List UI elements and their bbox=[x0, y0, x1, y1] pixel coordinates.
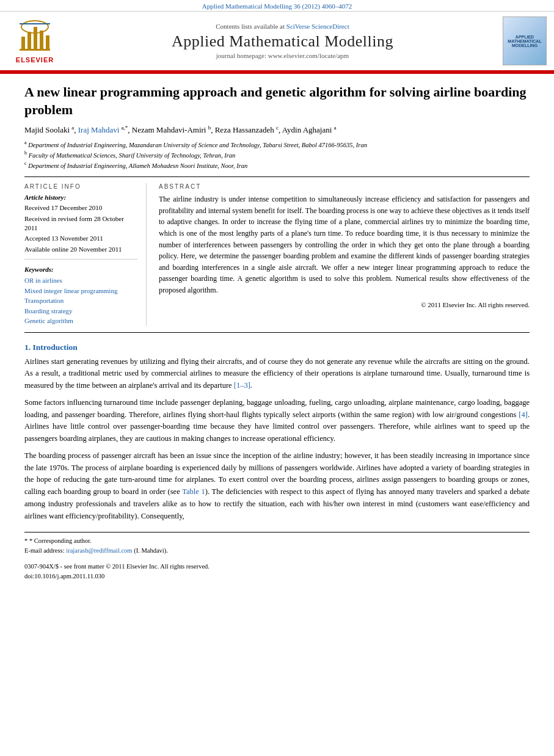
keyword-5[interactable]: Genetic algorithm bbox=[24, 316, 137, 326]
svg-rect-2 bbox=[34, 27, 37, 50]
keyword-3[interactable]: Transportation bbox=[24, 296, 137, 306]
affiliation-b: b Faculty of Mathematical Sciences, Shar… bbox=[24, 150, 530, 160]
ref-1-3[interactable]: [1–3] bbox=[234, 381, 250, 390]
intro-para2: Some factors influencing turnaround time… bbox=[24, 397, 530, 445]
elsevier-text: ELSEVIER bbox=[16, 56, 54, 64]
keyword-4[interactable]: Boarding strategy bbox=[24, 306, 137, 316]
keyword-1[interactable]: OR in airlines bbox=[24, 275, 137, 286]
journal-title: Applied Mathematical Modelling bbox=[72, 32, 493, 51]
affiliation-c: c Department of Industrial Engineering, … bbox=[24, 160, 530, 170]
abstract-column: ABSTRACT The airline industry is under i… bbox=[159, 183, 530, 325]
divider-after-abstract bbox=[24, 332, 530, 333]
author-aghajani: Aydin Aghajani bbox=[282, 126, 332, 135]
abstract-text: The airline industry is under intense co… bbox=[159, 194, 530, 296]
author-hassanzadeh: Reza Hassanzadeh bbox=[215, 126, 274, 135]
author-soolaki: Majid Soolaki bbox=[24, 126, 70, 135]
author-mahdavi[interactable]: Iraj Mahdavi bbox=[78, 126, 120, 135]
journal-thumbnail: APPLIED MATHEMATICAL MODELLING bbox=[503, 16, 547, 65]
email-line: E-mail address: irajarash@rediffmail.com… bbox=[24, 546, 530, 556]
top-bar: Applied Mathematical Modelling 36 (2012)… bbox=[0, 0, 554, 12]
svg-rect-3 bbox=[40, 31, 43, 50]
received-revised-date: Received in revised form 28 October 2011 bbox=[24, 214, 137, 233]
author-mahdavi-amiri: Nezam Mahdavi-Amiri bbox=[132, 126, 206, 135]
svg-rect-4 bbox=[46, 35, 49, 50]
svg-rect-1 bbox=[27, 32, 31, 50]
main-content: A new linear programming approach and ge… bbox=[0, 74, 554, 591]
issn-line: 0307-904X/$ - see front matter © 2011 El… bbox=[24, 562, 530, 572]
received-date: Received 17 December 2010 bbox=[24, 203, 137, 213]
ref-4[interactable]: [4] bbox=[519, 410, 528, 419]
abstract-label: ABSTRACT bbox=[159, 183, 530, 190]
sciverse-link[interactable]: SciVerse ScienceDirect bbox=[286, 23, 349, 30]
intro-para3: The boarding process of passenger aircra… bbox=[24, 450, 530, 523]
available-date: Available online 20 November 2011 bbox=[24, 245, 137, 254]
thumb-image: APPLIED MATHEMATICAL MODELLING bbox=[503, 16, 547, 65]
svg-rect-0 bbox=[21, 37, 25, 50]
article-title: A new linear programming approach and ge… bbox=[24, 84, 530, 118]
keyword-2[interactable]: Mixed integer linear programming bbox=[24, 286, 137, 296]
journal-center: Contents lists available at SciVerse Sci… bbox=[72, 23, 493, 59]
table-1-link[interactable]: Table 1 bbox=[182, 487, 205, 496]
svg-rect-7 bbox=[20, 23, 50, 24]
accepted-date: Accepted 13 November 2011 bbox=[24, 234, 137, 243]
doi-line: doi:10.1016/j.apm.2011.11.030 bbox=[24, 572, 530, 581]
article-history-label: Article history: bbox=[24, 194, 137, 201]
divider-after-affiliations bbox=[24, 176, 530, 177]
elsevier-tree-icon bbox=[16, 18, 53, 55]
journal-header: ELSEVIER Contents lists available at Sci… bbox=[0, 12, 554, 72]
authors-line: Majid Soolaki a, Iraj Mahdavi a,*, Nezam… bbox=[24, 125, 530, 135]
copyright-line: © 2011 Elsevier Inc. All rights reserved… bbox=[159, 301, 530, 308]
keywords-label: Keywords: bbox=[24, 266, 137, 273]
intro-section-header: 1. Introduction bbox=[24, 343, 530, 352]
article-info-abstract: ARTICLE INFO Article history: Received 1… bbox=[24, 183, 530, 325]
svg-rect-6 bbox=[20, 49, 50, 51]
journal-homepage: journal homepage: www.elsevier.com/locat… bbox=[72, 52, 493, 59]
contents-line: Contents lists available at SciVerse Sci… bbox=[72, 23, 493, 30]
footer-bottom: 0307-904X/$ - see front matter © 2011 El… bbox=[24, 562, 530, 581]
journal-link[interactable]: Applied Mathematical Modelling 36 (2012)… bbox=[202, 2, 352, 10]
article-info-label: ARTICLE INFO bbox=[24, 183, 137, 190]
affiliation-a: a Department of Industrial Engineering, … bbox=[24, 139, 530, 150]
email-link[interactable]: irajarash@rediffmail.com bbox=[66, 547, 132, 554]
article-info-column: ARTICLE INFO Article history: Received 1… bbox=[24, 183, 147, 325]
footnote-section: * * Corresponding author. E-mail address… bbox=[24, 532, 530, 556]
affiliations: a Department of Industrial Engineering, … bbox=[24, 139, 530, 171]
elsevier-logo: ELSEVIER bbox=[7, 18, 62, 64]
corresponding-author-label: * * Corresponding author. bbox=[24, 536, 530, 546]
thin-rule-keywords bbox=[24, 259, 137, 260]
intro-para1: Airlines start generating revenues by ut… bbox=[24, 356, 530, 392]
